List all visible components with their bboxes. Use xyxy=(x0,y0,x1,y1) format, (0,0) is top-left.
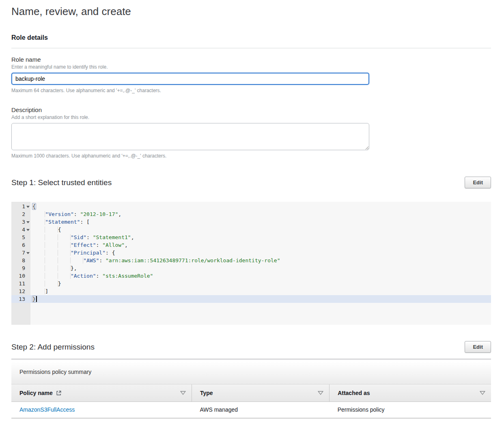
fold-caret-placeholder xyxy=(25,257,30,264)
gutter-cell: 4 xyxy=(11,226,30,233)
column-header-type[interactable]: Type xyxy=(192,384,329,402)
fold-caret-placeholder xyxy=(25,233,30,241)
role-details-heading: Role details xyxy=(11,34,491,41)
description-label: Description xyxy=(11,106,491,113)
editor-lines: 1{2 "Version": "2012-10-17",3 "Statement… xyxy=(11,202,491,303)
fold-caret-icon[interactable] xyxy=(25,218,30,226)
editor-line[interactable]: 1{ xyxy=(11,203,491,210)
fold-caret-placeholder xyxy=(25,280,30,287)
editor-line[interactable]: 12 ] xyxy=(11,287,491,295)
code-text: "Effect": "Allow", xyxy=(30,241,128,249)
editor-line[interactable]: 8 "AWS": "arn:aws:iam::541263489771:role… xyxy=(11,257,491,264)
line-number: 3 xyxy=(11,218,25,226)
role-name-input[interactable] xyxy=(11,73,369,85)
column-header-attached-as[interactable]: Attached as xyxy=(330,384,491,402)
editor-line[interactable]: 9 }, xyxy=(11,264,491,272)
trust-policy-editor[interactable]: 1{2 "Version": "2012-10-17",3 "Statement… xyxy=(11,202,491,325)
column-header-policy-name[interactable]: Policy name xyxy=(11,384,192,402)
editor-line[interactable]: 11 } xyxy=(11,280,491,287)
page-title: Name, review, and create xyxy=(11,5,491,18)
line-number: 12 xyxy=(11,287,25,295)
code-text: "Sid": "Statement1", xyxy=(30,233,134,241)
attached-as-cell: Permissions policy xyxy=(330,402,491,418)
step2-heading: Step 2: Add permissions xyxy=(11,343,95,352)
gutter-cell: 1 xyxy=(11,203,30,210)
filter-dropdown-icon[interactable] xyxy=(180,391,186,395)
line-number: 7 xyxy=(11,249,25,257)
permissions-summary-panel: Permissions policy summary Policy nameTy… xyxy=(11,359,491,419)
code-text: "Principal": { xyxy=(30,249,115,257)
fold-caret-placeholder xyxy=(25,264,30,272)
step1-heading: Step 1: Select trusted entities xyxy=(11,178,112,187)
policy-name-cell: AmazonS3FullAccess xyxy=(11,402,192,418)
line-number: 10 xyxy=(11,272,25,280)
filter-dropdown-icon[interactable] xyxy=(480,391,485,395)
external-link-icon xyxy=(56,390,62,396)
fold-caret-placeholder xyxy=(25,210,30,218)
line-number: 13 xyxy=(11,295,25,303)
gutter-cell: 3 xyxy=(11,218,30,226)
filter-dropdown-icon[interactable] xyxy=(318,391,323,395)
gutter-cell: 6 xyxy=(11,241,30,249)
code-text: "Statement": [ xyxy=(30,218,90,226)
fold-caret-icon[interactable] xyxy=(25,226,30,233)
role-details-divider xyxy=(11,48,491,48)
code-text: } xyxy=(30,295,37,303)
fold-caret-placeholder xyxy=(25,295,30,303)
column-label: Policy name xyxy=(19,390,53,396)
editor-line[interactable]: 10 "Action": "sts:AssumeRole" xyxy=(11,272,491,280)
editor-line[interactable]: 4 { xyxy=(11,226,491,233)
description-field: Description Add a short explanation for … xyxy=(11,106,491,159)
code-text: "Version": "2012-10-17", xyxy=(30,210,121,218)
editor-line[interactable]: 2 "Version": "2012-10-17", xyxy=(11,210,491,218)
gutter-cell: 7 xyxy=(11,249,30,257)
code-text: "Action": "sts:AssumeRole" xyxy=(30,272,153,280)
line-number: 8 xyxy=(11,257,25,264)
description-textarea[interactable] xyxy=(11,123,369,150)
gutter-cell: 8 xyxy=(11,257,30,264)
fold-caret-icon[interactable] xyxy=(25,249,30,257)
column-label: Type xyxy=(200,390,213,396)
role-name-help: Enter a meaningful name to identify this… xyxy=(11,64,491,70)
gutter-cell: 13 xyxy=(11,295,30,303)
description-constraint: Maximum 1000 characters. Use alphanumeri… xyxy=(11,153,491,159)
role-name-label: Role name xyxy=(11,56,491,63)
code-text: { xyxy=(30,226,61,233)
role-name-constraint: Maximum 64 characters. Use alphanumeric … xyxy=(11,88,491,93)
gutter-cell: 11 xyxy=(11,280,30,287)
step1-edit-button[interactable]: Edit xyxy=(465,177,491,188)
line-number: 9 xyxy=(11,264,25,272)
code-text: }, xyxy=(30,264,77,272)
table-row: AmazonS3FullAccessAWS managedPermissions… xyxy=(11,402,491,418)
editor-line[interactable]: 5 "Sid": "Statement1", xyxy=(11,233,491,241)
policy-type-cell: AWS managed xyxy=(192,402,329,418)
line-number: 6 xyxy=(11,241,25,249)
role-name-field: Role name Enter a meaningful name to ide… xyxy=(11,56,491,93)
description-help: Add a short explanation for this role. xyxy=(11,114,491,120)
code-text: { xyxy=(30,203,36,210)
step2-edit-button[interactable]: Edit xyxy=(465,341,491,353)
code-text: "AWS": "arn:aws:iam::541263489771:role/w… xyxy=(30,257,280,264)
line-number: 1 xyxy=(11,203,25,210)
fold-caret-icon[interactable] xyxy=(25,203,30,210)
policy-name-link[interactable]: AmazonS3FullAccess xyxy=(19,406,75,413)
step1-header: Step 1: Select trusted entities Edit xyxy=(11,177,491,188)
code-text: } xyxy=(30,280,61,287)
iam-name-review-create-page: Name, review, and create Role details Ro… xyxy=(0,0,504,419)
fold-caret-placeholder xyxy=(25,272,30,280)
line-number: 5 xyxy=(11,233,25,241)
permissions-table: Policy nameTypeAttached as AmazonS3FullA… xyxy=(11,384,491,419)
editor-line[interactable]: 3 "Statement": [ xyxy=(11,218,491,226)
gutter-cell: 9 xyxy=(11,264,30,272)
gutter-cell: 12 xyxy=(11,287,30,295)
code-text: ] xyxy=(30,287,48,295)
column-label: Attached as xyxy=(338,390,370,396)
line-number: 2 xyxy=(11,210,25,218)
editor-line[interactable]: 7 "Principal": { xyxy=(11,249,491,257)
editor-line[interactable]: 6 "Effect": "Allow", xyxy=(11,241,491,249)
fold-caret-placeholder xyxy=(25,241,30,249)
permissions-summary-title: Permissions policy summary xyxy=(11,359,491,384)
editor-line[interactable]: 13} xyxy=(11,295,491,303)
gutter-cell: 2 xyxy=(11,210,30,218)
line-number: 11 xyxy=(11,280,25,287)
